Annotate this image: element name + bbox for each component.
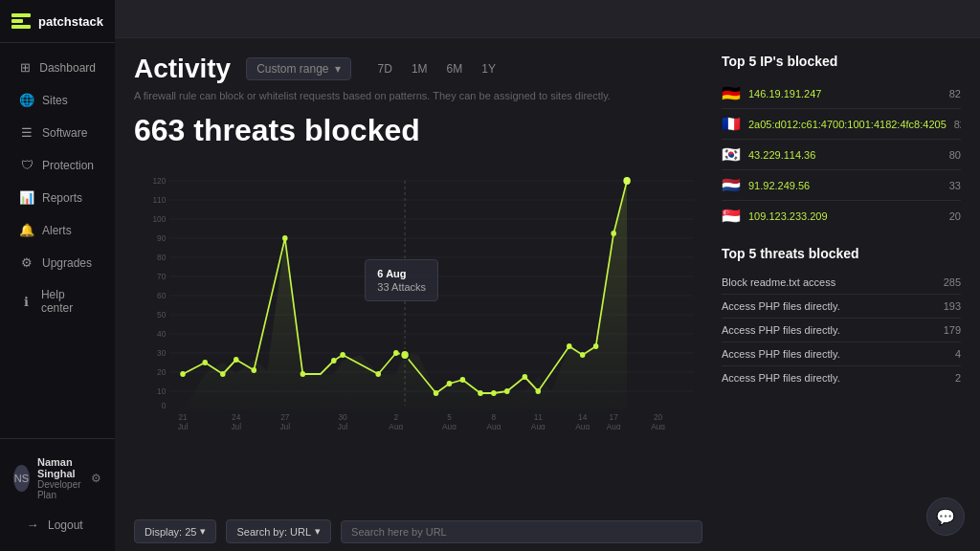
sidebar-nav: ⊞ Dashboard 🌐 Sites ☰ Software 🛡 Protect… (0, 47, 115, 438)
svg-text:70: 70 (157, 272, 166, 281)
sidebar-item-upgrades[interactable]: ⚙ Upgrades (6, 247, 109, 278)
threat-item-2: Access PHP files directly. 179 (722, 319, 961, 342)
svg-text:Jul: Jul (178, 422, 189, 430)
sidebar-item-dashboard[interactable]: ⊞ Dashboard (6, 52, 109, 83)
filter-1y[interactable]: 1Y (478, 60, 500, 77)
avatar: NS (13, 465, 30, 492)
threat-item-1: Access PHP files directly. 193 (722, 295, 961, 319)
user-plan: Developer Plan (37, 479, 83, 500)
svg-point-42 (504, 388, 510, 394)
ip-count-3: 33 (949, 180, 961, 191)
page-title: Activity (134, 54, 231, 84)
sidebar-item-software[interactable]: ☰ Software (6, 117, 109, 148)
ips-title: Top 5 IP's blocked (722, 54, 961, 69)
svg-text:30: 30 (338, 412, 346, 422)
protection-icon: 🛡 (19, 158, 34, 172)
sidebar-item-alerts[interactable]: 🔔 Alerts (6, 214, 109, 246)
dashboard-icon: ⊞ (19, 60, 32, 75)
sidebar: patchstack ⊞ Dashboard 🌐 Sites ☰ Softwar… (0, 0, 115, 551)
threat-name-1: Access PHP files directly. (722, 300, 944, 312)
sidebar-label-sites: Sites (42, 94, 68, 107)
threat-count-3: 4 (955, 348, 961, 360)
page-subtitle: A firewall rule can block or whitelist r… (134, 90, 702, 101)
ip-item-1: 🇫🇷 2a05:d012:c61:4700:1001:4182:4fc8:420… (722, 109, 961, 140)
svg-text:Aug: Aug (486, 422, 501, 430)
search-input[interactable] (341, 520, 702, 543)
filter-7d[interactable]: 7D (374, 60, 396, 77)
search-by-dropdown[interactable]: Search by: URL ▾ (226, 519, 331, 543)
svg-point-47 (593, 343, 599, 349)
threats-title: Top 5 threats blocked (722, 246, 961, 261)
display-arrow-icon: ▾ (200, 525, 206, 538)
content-area: Activity Custom range ▾ 7D 1M 6M 1Y A fi… (115, 38, 980, 551)
range-label: Custom range (256, 62, 328, 76)
sidebar-item-protection[interactable]: 🛡 Protection (6, 149, 109, 181)
page-header: Activity Custom range ▾ 7D 1M 6M 1Y (134, 54, 702, 84)
filter-6m[interactable]: 6M (443, 60, 467, 77)
svg-text:2: 2 (393, 412, 398, 422)
svg-text:50: 50 (157, 310, 166, 320)
svg-point-45 (567, 343, 572, 349)
alerts-icon: 🔔 (19, 223, 34, 237)
main-content: Activity Custom range ▾ 7D 1M 6M 1Y A fi… (115, 0, 980, 551)
ip-item-0: 🇩🇪 146.19.191.247 82 (722, 78, 961, 109)
chat-button[interactable]: 💬 (926, 497, 965, 536)
svg-text:24: 24 (232, 412, 240, 422)
display-dropdown[interactable]: Display: 25 ▾ (134, 519, 216, 543)
svg-point-37 (434, 390, 439, 396)
ip-count-2: 80 (949, 149, 961, 161)
search-by-label: Search by: URL (236, 526, 311, 538)
ip-count-4: 20 (949, 210, 961, 222)
ip-count-1: 82 (954, 119, 961, 130)
range-dropdown[interactable]: Custom range ▾ (246, 57, 350, 80)
svg-text:Aug: Aug (531, 422, 546, 430)
sidebar-label-dashboard: Dashboard (39, 61, 96, 75)
svg-point-38 (447, 381, 453, 386)
svg-point-35 (393, 350, 399, 356)
svg-text:11: 11 (534, 412, 543, 422)
svg-point-48 (611, 231, 616, 236)
svg-point-30 (282, 235, 288, 241)
reports-icon: 📊 (19, 190, 34, 205)
svg-point-32 (331, 358, 337, 364)
sidebar-item-help[interactable]: ℹ Help center (6, 279, 109, 323)
sidebar-label-protection: Protection (42, 159, 94, 172)
help-icon: ℹ (19, 295, 33, 309)
filter-1m[interactable]: 1M (408, 60, 432, 77)
threat-name-0: Block readme.txt access (722, 276, 944, 288)
svg-point-33 (340, 352, 345, 358)
svg-point-41 (491, 390, 497, 396)
ip-item-3: 🇳🇱 91.92.249.56 33 (722, 170, 961, 201)
flag-sg: 🇸🇬 (722, 207, 741, 225)
sidebar-item-sites[interactable]: 🌐 Sites (6, 84, 109, 116)
gear-icon[interactable]: ⚙ (91, 472, 101, 485)
threat-count-2: 179 (944, 324, 961, 336)
logo-icon (11, 13, 31, 29)
display-label: Display: 25 (145, 526, 196, 538)
svg-point-34 (375, 371, 381, 377)
logo[interactable]: patchstack (0, 0, 115, 43)
sidebar-item-reports[interactable]: 📊 Reports (6, 182, 109, 213)
threat-name-2: Access PHP files directly. (722, 324, 944, 336)
ip-addr-3: 91.92.249.56 (748, 180, 942, 191)
bottom-bar: Display: 25 ▾ Search by: URL ▾ (134, 512, 702, 551)
svg-text:Aug: Aug (389, 422, 403, 430)
logout-button[interactable]: → Logout (11, 509, 103, 540)
svg-text:Aug: Aug (651, 422, 665, 430)
user-info[interactable]: NS Naman Singhal Developer Plan ⚙ (6, 449, 109, 508)
svg-text:110: 110 (152, 195, 166, 205)
svg-text:20: 20 (654, 412, 662, 422)
ip-addr-4: 109.123.233.209 (748, 210, 942, 222)
svg-text:30: 30 (157, 348, 166, 358)
sidebar-label-upgrades: Upgrades (42, 256, 92, 270)
threat-name-4: Access PHP files directly. (722, 372, 955, 384)
svg-text:40: 40 (157, 329, 166, 339)
svg-point-28 (234, 357, 239, 363)
user-details: Naman Singhal Developer Plan (37, 456, 83, 500)
activity-chart: 120 110 100 90 80 70 60 50 40 30 20 10 0 (134, 162, 702, 430)
svg-point-40 (478, 390, 483, 396)
ip-item-4: 🇸🇬 109.123.233.209 20 (722, 201, 961, 231)
svg-text:120: 120 (152, 176, 166, 186)
threat-count-4: 2 (955, 372, 961, 384)
svg-point-31 (301, 371, 306, 377)
